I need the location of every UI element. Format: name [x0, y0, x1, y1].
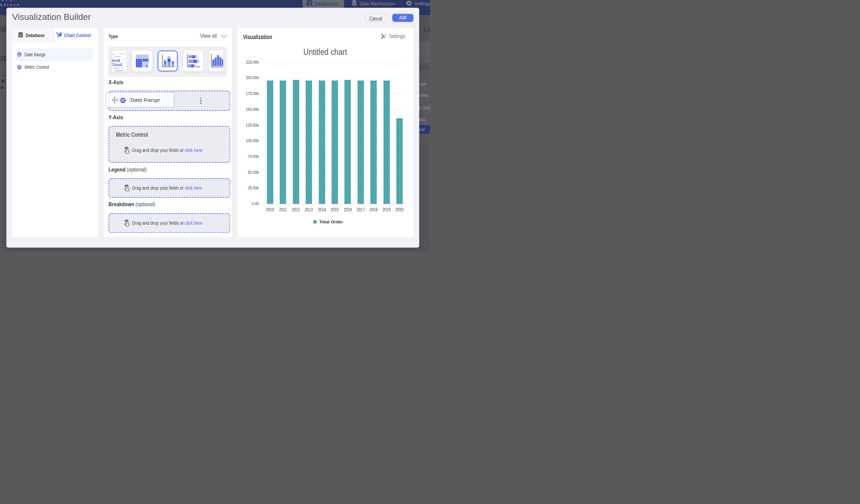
svg-text:KeyData: KeyData — [114, 56, 121, 58]
svg-text:[Social]: [Social] — [114, 67, 119, 69]
svg-text:internet: internet — [121, 67, 126, 69]
svg-text:Cloud: Cloud — [112, 62, 122, 67]
svg-text:Planning: Planning — [121, 58, 127, 60]
svg-text:DataInsider: DataInsider — [115, 70, 123, 71]
svg-text:iness: iness — [112, 53, 114, 55]
svg-text:Analytics: Analytics — [119, 53, 126, 55]
